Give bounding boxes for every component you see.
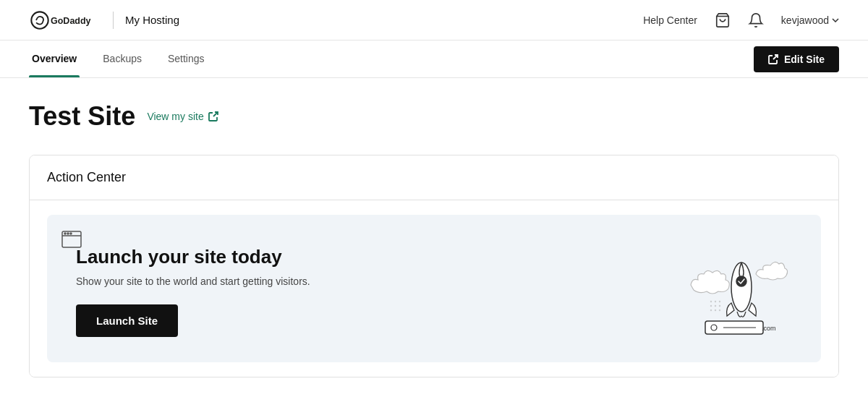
launch-site-button[interactable]: Launch Site — [76, 304, 178, 337]
view-site-external-icon — [208, 111, 218, 121]
svg-point-8 — [67, 233, 69, 234]
page-title-row: Test Site View my site — [29, 101, 839, 132]
view-site-link[interactable]: View my site — [147, 111, 218, 122]
launch-card-title: Launch your site today — [76, 246, 310, 268]
rocket-illustration: .com — [676, 238, 792, 339]
header: GoDaddy My Hosting Help Center kevjawood — [0, 0, 868, 40]
user-name-label: kevjawood — [781, 14, 829, 26]
user-menu[interactable]: kevjawood — [781, 14, 839, 26]
launch-card-description: Show your site to the world and start ge… — [76, 276, 310, 287]
header-divider — [113, 12, 114, 29]
svg-point-19 — [719, 301, 720, 302]
svg-point-0 — [31, 12, 48, 28]
chevron-down-icon — [832, 18, 839, 22]
header-right: Help Center kevjawood — [643, 12, 839, 28]
svg-point-20 — [710, 305, 712, 307]
svg-point-17 — [710, 301, 712, 302]
browser-icon-wrapper — [61, 229, 82, 252]
svg-text:GoDaddy: GoDaddy — [51, 16, 91, 26]
edit-site-button[interactable]: Edit Site — [754, 46, 839, 72]
svg-point-21 — [715, 305, 716, 307]
tab-overview[interactable]: Overview — [29, 40, 80, 77]
godaddy-logo-svg: GoDaddy — [29, 9, 101, 32]
logo[interactable]: GoDaddy — [29, 9, 101, 32]
cart-icon[interactable] — [715, 12, 731, 28]
my-hosting-label: My Hosting — [125, 14, 179, 26]
main-content: Test Site View my site Action Center — [0, 78, 868, 397]
launch-card: Launch your site today Show your site to… — [47, 215, 821, 362]
svg-point-23 — [710, 310, 712, 311]
svg-line-3 — [773, 55, 778, 59]
action-center: Action Center Launch your site today Sho… — [29, 155, 839, 377]
action-center-body: Launch your site today Show your site to… — [30, 200, 838, 377]
browser-window-icon — [61, 229, 82, 249]
bell-icon[interactable] — [748, 12, 764, 28]
svg-point-11 — [711, 325, 717, 330]
svg-point-9 — [70, 233, 72, 234]
page-title: Test Site — [29, 101, 135, 132]
action-center-heading: Action Center — [30, 155, 838, 200]
tab-backups[interactable]: Backups — [100, 40, 145, 77]
external-link-icon — [768, 54, 778, 64]
tab-settings[interactable]: Settings — [165, 40, 208, 77]
help-center-link[interactable]: Help Center — [643, 14, 697, 26]
nav-tabs: Overview Backups Settings Edit Site — [0, 40, 868, 78]
svg-point-7 — [64, 233, 66, 234]
svg-point-16 — [736, 276, 746, 286]
svg-point-25 — [719, 310, 720, 311]
svg-point-18 — [715, 301, 716, 302]
svg-text:.com: .com — [762, 325, 776, 332]
svg-point-24 — [715, 310, 716, 311]
launch-card-content: Launch your site today Show your site to… — [76, 240, 310, 337]
svg-point-22 — [719, 305, 720, 307]
